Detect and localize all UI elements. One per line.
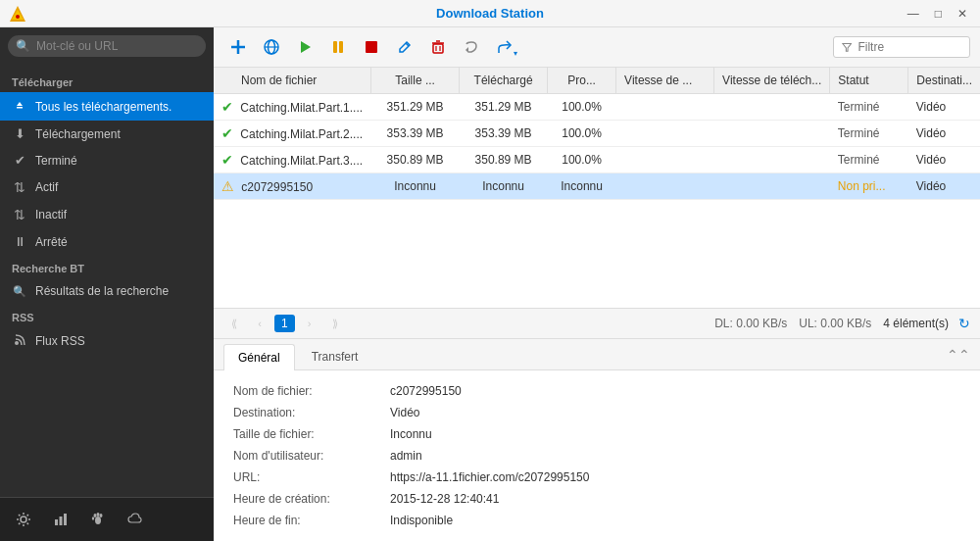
svg-rect-9 [60,516,63,525]
detail-content: Nom de fichier: c2072995150 Destination:… [214,370,980,541]
svg-rect-8 [55,519,58,525]
maximize-button[interactable]: □ [930,5,947,23]
col-header-status[interactable]: Statut [830,68,908,94]
col-header-destination[interactable]: Destinati... [908,68,980,94]
svg-point-12 [97,513,100,516]
cell-ul-speed [714,147,830,173]
clear-button[interactable] [457,33,486,61]
pause-button[interactable] [323,33,353,61]
stats-button[interactable] [45,504,76,535]
col-header-filename[interactable]: Nom de fichier [214,68,371,94]
col-header-dl-speed[interactable]: Vitesse de ... [616,68,714,94]
table-row[interactable]: ✔ Catching.Milat.Part.1.... 351.29 MB 35… [214,94,980,121]
cell-destination: Vidéo [908,147,980,173]
table-row[interactable]: ✔ Catching.Milat.Part.3.... 350.89 MB 35… [214,147,980,173]
cell-ul-speed [714,173,830,200]
search-input[interactable] [36,39,198,53]
row-filename: Catching.Milat.Part.3.... [240,154,363,168]
table-row[interactable]: ✔ Catching.Milat.Part.2.... 353.39 MB 35… [214,121,980,147]
resume-button[interactable] [290,33,319,61]
delete-button[interactable] [423,33,453,61]
stop-button[interactable] [357,33,386,61]
sidebar-item-inactive[interactable]: ⇅ Inactif [0,201,214,228]
cell-status: Terminé [830,94,908,121]
section-title-bt: Recherche BT [0,255,214,278]
detail-panel: Général Transfert ⌃⌃ Nom de fichier: c20… [214,338,980,541]
tab-general[interactable]: Général [223,344,295,370]
cell-dl-speed [616,173,714,200]
close-button[interactable]: ✕ [953,5,972,23]
prev-page-button[interactable]: ‹ [249,313,270,334]
cell-downloaded: 353.39 MB [460,121,548,147]
table-row[interactable]: ⚠ c2072995150 Inconnu Inconnu Inconnu No… [214,173,980,200]
cell-dl-speed [616,94,714,121]
cell-progress: 100.0% [548,94,616,121]
detail-row: Nom de fichier: c2072995150 [233,380,960,402]
svg-point-15 [95,516,101,524]
sidebar-label-stopped: Arrêté [35,235,68,249]
col-header-progress[interactable]: Pro... [548,68,616,94]
minimize-button[interactable]: ― [903,5,924,23]
sidebar-item-finished[interactable]: ✔ Terminé [0,147,214,173]
first-page-button[interactable]: ⟪ [223,313,245,334]
row-status-icon: ✔ [221,125,233,141]
active-icon: ⇅ [12,179,27,195]
window-controls[interactable]: ― □ ✕ [903,5,972,23]
svg-point-7 [21,516,26,522]
share-button[interactable]: ▾ [490,33,519,61]
cell-size: 353.39 MB [371,121,460,147]
cell-size: 351.29 MB [371,94,460,121]
cell-filename: ✔ Catching.Milat.Part.2.... [214,121,371,147]
row-status-icon: ✔ [221,152,233,168]
sidebar-label-downloading: Téléchargement [35,127,121,141]
paw-button[interactable] [82,504,114,535]
detail-value: https://a-11.1fichier.com/c2072995150 [390,470,589,484]
sidebar-search-area: 🔍 [0,27,214,65]
col-header-ul-speed[interactable]: Vitesse de téléch... [714,68,830,94]
current-page[interactable]: 1 [274,315,295,332]
sidebar-item-stopped[interactable]: ⏸ Arrêté [0,228,214,255]
inactive-icon: ⇅ [12,207,27,222]
sidebar-item-all[interactable]: Tous les téléchargements. [0,92,214,121]
link-button[interactable] [257,33,286,61]
filter-input[interactable] [858,40,961,54]
add-button[interactable] [223,33,253,61]
app-title: Download Station [436,6,544,21]
cell-downloaded: Inconnu [460,173,548,200]
detail-row: Destination: Vidéo [233,402,960,423]
cell-dl-speed [616,121,714,147]
cloud-button[interactable] [120,504,151,535]
last-page-button[interactable]: ⟫ [324,313,346,334]
filter-box[interactable] [833,36,970,58]
detail-label: Heure de création: [233,492,390,506]
detail-label: Nom de fichier: [233,384,390,398]
sidebar-item-downloading[interactable]: ⬇ Téléchargement [0,121,214,147]
sidebar-item-search-results[interactable]: 🔍 Résultats de la recherche [0,278,214,304]
tab-transfer[interactable]: Transfert [297,343,373,369]
dl-speed-stat: DL: 0.00 KB/s [714,317,787,330]
settings-button[interactable] [8,504,39,535]
cell-filename: ✔ Catching.Milat.Part.3.... [214,147,371,173]
detail-row: Heure de création: 2015-12-28 12:40:41 [233,488,960,510]
col-header-size[interactable]: Taille ... [371,68,460,94]
detail-value: Inconnu [390,427,432,441]
sidebar-label-all: Tous les téléchargements. [35,100,172,114]
sidebar-item-active[interactable]: ⇅ Actif [0,173,214,201]
svg-rect-24 [366,41,377,53]
detail-row: Nom d'utilisateur: admin [233,445,960,467]
next-page-button[interactable]: › [299,313,320,334]
sidebar-nav: Télécharger Tous les téléchargements. ⬇ … [0,65,214,497]
detail-value: 2015-12-28 12:40:41 [390,492,499,506]
detail-label: Taille de fichier: [233,427,390,441]
ul-speed-stat: UL: 0.00 KB/s [799,317,871,330]
refresh-button[interactable]: ↻ [958,316,970,331]
cell-filename: ⚠ c2072995150 [214,173,371,200]
svg-rect-23 [339,41,343,53]
search-results-icon: 🔍 [12,285,27,298]
search-box[interactable]: 🔍 [8,35,206,57]
cell-destination: Vidéo [908,173,980,200]
sidebar-item-rss[interactable]: Flux RSS [0,327,214,355]
col-header-downloaded[interactable]: Téléchargé [460,68,548,94]
edit-button[interactable] [390,33,419,61]
expand-button[interactable]: ⌃⌃ [947,347,970,363]
